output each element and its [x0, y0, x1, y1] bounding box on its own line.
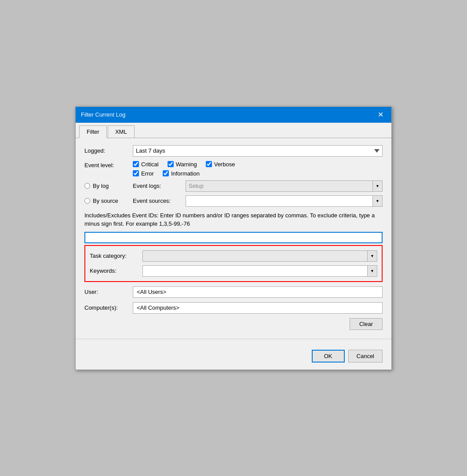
verbose-checkbox[interactable]: [206, 161, 212, 167]
user-row: User:: [84, 286, 383, 298]
source-section: By log Event logs: ▼ By source Event sou…: [84, 180, 383, 207]
warning-checkbox[interactable]: [168, 161, 174, 167]
event-level-label: Event level:: [84, 161, 133, 177]
event-sources-label: Event sources:: [133, 198, 171, 204]
by-log-radio-col: By log: [84, 183, 133, 189]
event-level-row: Event level: Critical Warning Verbose: [84, 161, 383, 177]
event-id-row: [84, 232, 383, 243]
keywords-row: Keywords: ▼: [90, 265, 377, 277]
event-logs-dropdown-btn[interactable]: ▼: [373, 180, 383, 192]
by-source-radio-col: By source: [84, 198, 133, 204]
logged-label: Logged:: [84, 147, 133, 154]
event-level-row1: Critical Warning Verbose: [133, 161, 383, 168]
computers-input[interactable]: [133, 302, 383, 314]
tab-bar: Filter XML: [76, 123, 391, 138]
user-input[interactable]: [133, 286, 383, 298]
warning-label: Warning: [176, 161, 197, 168]
clear-row: Clear: [84, 318, 383, 330]
error-checkbox-label[interactable]: Error: [133, 170, 154, 177]
keywords-label: Keywords:: [90, 267, 117, 274]
information-checkbox-label[interactable]: Information: [163, 170, 200, 177]
by-log-label[interactable]: By log: [93, 183, 109, 189]
by-source-radio[interactable]: [84, 198, 90, 204]
critical-label: Critical: [141, 161, 159, 168]
highlighted-section: Task category: ▼ Keywords: ▼: [84, 245, 383, 282]
close-button[interactable]: ✕: [375, 110, 386, 119]
event-sources-dropdown-btn[interactable]: ▼: [373, 195, 383, 207]
tab-xml[interactable]: XML: [108, 125, 135, 138]
clear-button[interactable]: Clear: [350, 318, 383, 330]
task-category-label: Task category:: [90, 253, 127, 259]
event-logs-label: Event logs:: [133, 183, 161, 189]
footer-buttons: OK Cancel: [84, 346, 383, 364]
event-sources-input[interactable]: [186, 195, 373, 207]
event-level-row2: Error Information: [133, 170, 383, 177]
user-input-wrap: [133, 286, 383, 298]
title-bar: Filter Current Log ✕: [76, 107, 391, 123]
by-log-row: By log Event logs: ▼: [84, 180, 383, 192]
event-logs-input[interactable]: [186, 180, 373, 192]
information-checkbox[interactable]: [163, 170, 169, 176]
by-log-radio[interactable]: [84, 183, 90, 189]
information-label: Information: [171, 170, 200, 177]
cancel-button[interactable]: Cancel: [348, 350, 383, 362]
task-category-dropdown-btn[interactable]: ▼: [368, 250, 377, 262]
keywords-dropdown-btn[interactable]: ▼: [368, 265, 377, 277]
error-label: Error: [141, 170, 154, 177]
computers-label: Computer(s):: [84, 304, 133, 311]
computers-input-wrap: [133, 302, 383, 314]
error-checkbox[interactable]: [133, 170, 139, 176]
filter-content: Logged: Any time Last hour Last 12 hours…: [76, 138, 391, 339]
logged-select[interactable]: Any time Last hour Last 12 hours Last 24…: [133, 145, 383, 157]
by-source-row: By source Event sources: ▼: [84, 195, 383, 207]
critical-checkbox-label[interactable]: Critical: [133, 161, 159, 168]
event-id-description: Includes/Excludes Event IDs: Enter ID nu…: [84, 211, 383, 228]
tab-filter[interactable]: Filter: [79, 125, 107, 138]
keywords-input[interactable]: [142, 265, 368, 277]
ok-button[interactable]: OK: [312, 350, 345, 362]
event-id-input[interactable]: [84, 232, 383, 243]
dialog-title: Filter Current Log: [81, 111, 125, 118]
warning-checkbox-label[interactable]: Warning: [168, 161, 197, 168]
user-label: User:: [84, 289, 133, 295]
verbose-label: Verbose: [214, 161, 235, 168]
event-level-checkboxes: Critical Warning Verbose Error: [133, 161, 383, 177]
task-category-input[interactable]: [142, 250, 368, 262]
filter-dialog: Filter Current Log ✕ Filter XML Logged: …: [75, 106, 392, 370]
logged-select-wrap: Any time Last hour Last 12 hours Last 24…: [133, 145, 383, 157]
bottom-section: OK Cancel: [76, 339, 391, 370]
computers-row: Computer(s):: [84, 302, 383, 314]
logged-row: Logged: Any time Last hour Last 12 hours…: [84, 145, 383, 157]
critical-checkbox[interactable]: [133, 161, 139, 167]
by-source-label[interactable]: By source: [93, 198, 118, 204]
task-category-row: Task category: ▼: [90, 250, 377, 262]
verbose-checkbox-label[interactable]: Verbose: [206, 161, 235, 168]
